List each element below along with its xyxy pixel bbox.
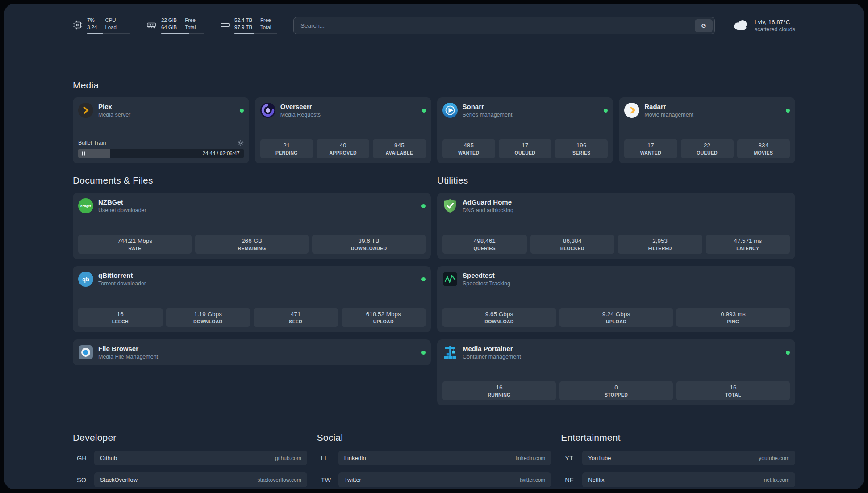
- service-card-filebrowser[interactable]: File Browser Media File Management: [73, 339, 431, 365]
- stat-tile: 16 RUNNING: [442, 381, 556, 400]
- overseerr-icon: [260, 103, 275, 118]
- bookmark-github[interactable]: GH Github github.com: [73, 451, 307, 465]
- top-bar: 7% 3.24 CPU Load: [73, 17, 795, 34]
- memory-widget: 22 GiB 64 GiB Free Total: [146, 17, 204, 34]
- two-column-area: Documents & Files nzbget NZBGet Usenet d…: [73, 175, 795, 405]
- bookmark-netflix[interactable]: NF Netflix netflix.com: [561, 472, 795, 487]
- stat-tile: 9.24 Gbps UPLOAD: [559, 308, 673, 327]
- memory-label-top: Free: [185, 17, 196, 24]
- memory-icon: [146, 20, 157, 32]
- stat-value: 40: [318, 142, 367, 150]
- weather-widget: Lviv, 16.87°C scattered clouds: [732, 19, 795, 33]
- pause-button[interactable]: [82, 151, 85, 155]
- adguard-icon: [442, 198, 458, 213]
- stat-value: 1.19 Gbps: [168, 310, 249, 318]
- service-card-plex[interactable]: Plex Media server Bullet Train: [73, 97, 249, 163]
- service-description: Media Requests: [280, 112, 321, 118]
- stat-tile: 40 APPROVED: [317, 139, 369, 158]
- bookmark-stackoverflow[interactable]: SO StackOverflow stackoverflow.com: [73, 472, 307, 487]
- disk-free: 52.4 TB: [234, 17, 252, 24]
- disk-progress-bar: [234, 33, 277, 34]
- service-meta: Radarr Movie management: [644, 103, 693, 118]
- dashboard-root: 7% 3.24 CPU Load: [4, 4, 864, 489]
- service-header: Radarr Movie management: [624, 103, 790, 118]
- stat-tile: 0 STOPPED: [559, 381, 673, 400]
- bookmark-domain: stackoverflow.com: [258, 477, 301, 483]
- content-wrapper: 7% 3.24 CPU Load: [73, 4, 795, 489]
- stat-tile: 39.6 TB DOWNLOADED: [312, 235, 426, 254]
- service-description: Torrent downloader: [98, 280, 146, 287]
- service-card-radarr[interactable]: Radarr Movie management 17 WANTED 22 QUE…: [619, 97, 795, 163]
- stats-row: 21 PENDING 40 APPROVED 945 AVAILABLE: [260, 139, 426, 158]
- bookmark-youtube[interactable]: YT YouTube youtube.com: [561, 451, 795, 465]
- stat-tile: 17 QUEUED: [499, 139, 551, 158]
- stat-tile: 0.993 ms PING: [676, 308, 790, 327]
- search-bar: G: [293, 17, 715, 34]
- bookmark-name: Twitter: [344, 476, 361, 483]
- bookmark-name: Github: [100, 455, 117, 461]
- stat-value: 86,384: [532, 237, 613, 245]
- service-card-qbittorrent[interactable]: qb qBittorrent Torrent downloader 16 LEE…: [73, 266, 431, 332]
- memory-free: 22 GiB: [161, 17, 177, 24]
- service-card-sonarr[interactable]: Sonarr Series management 485 WANTED 17 Q…: [437, 97, 613, 163]
- stat-label: MOVIES: [739, 150, 788, 155]
- cpu-widget: 7% 3.24 CPU Load: [73, 17, 130, 34]
- playback-time: 24:44 / 02:06:47: [203, 149, 240, 158]
- bookmark-group-entertainment: Entertainment YT YouTube youtube.com NF …: [561, 432, 795, 489]
- weather-location: Lviv, 16.87°C: [755, 19, 795, 26]
- stat-label: WANTED: [626, 150, 675, 155]
- stat-tile: 1.19 Gbps DOWNLOAD: [166, 308, 250, 327]
- bookmark-twitter[interactable]: TW Twitter twitter.com: [317, 472, 551, 487]
- service-description: Media server: [98, 112, 130, 118]
- cpu-progress-bar: [87, 33, 130, 34]
- stat-label: SEED: [255, 319, 336, 324]
- bookmark-pill: YouTube youtube.com: [582, 451, 795, 465]
- stats-row: 485 WANTED 17 QUEUED 196 SERIES: [442, 139, 608, 158]
- stat-label: RATE: [80, 246, 190, 251]
- stat-value: 196: [557, 142, 606, 150]
- bookmark-name: LinkedIn: [344, 455, 366, 461]
- stat-value: 471: [255, 310, 336, 318]
- portainer-icon: [442, 345, 458, 360]
- playback-progress-bar[interactable]: 24:44 / 02:06:47: [78, 149, 244, 158]
- service-card-speedtest[interactable]: Speedtest Speedtest Tracking 9.65 Gbps D…: [437, 266, 795, 332]
- section-title-social: Social: [317, 432, 551, 443]
- stat-value: 834: [739, 142, 788, 150]
- stat-tile: 498,461 QUERIES: [442, 235, 527, 254]
- bookmark-name: YouTube: [588, 455, 611, 461]
- service-header: nzbget NZBGet Usenet downloader: [78, 198, 426, 213]
- service-card-overseerr[interactable]: Overseerr Media Requests 21 PENDING 40 A…: [255, 97, 431, 163]
- stat-label: RUNNING: [444, 392, 554, 397]
- cpu-icon: [73, 20, 83, 32]
- search-input[interactable]: [300, 22, 695, 29]
- service-card-nzbget[interactable]: nzbget NZBGet Usenet downloader 744.21 M…: [73, 193, 431, 259]
- stat-label: PING: [678, 319, 788, 324]
- bookmark-abbr: TW: [317, 476, 338, 484]
- memory-progress-bar: [161, 33, 204, 34]
- service-header: Overseerr Media Requests: [260, 103, 426, 118]
- service-name: NZBGet: [98, 198, 146, 206]
- search-provider-button[interactable]: G: [695, 19, 713, 32]
- stat-value: 9.24 Gbps: [561, 310, 671, 318]
- service-card-portainer[interactable]: Media Portainer Container management 16 …: [437, 339, 795, 405]
- service-description: Series management: [463, 112, 513, 118]
- stat-label: DOWNLOAD: [168, 319, 249, 324]
- now-playing-widget: Bullet Train 24:44 / 02:06:4: [78, 140, 244, 158]
- stat-value: 0.993 ms: [678, 310, 788, 318]
- weather-text: Lviv, 16.87°C scattered clouds: [755, 19, 795, 33]
- stat-tile: 21 PENDING: [260, 139, 313, 158]
- bookmark-domain: twitter.com: [520, 477, 545, 483]
- bookmark-linkedin[interactable]: LI LinkedIn linkedin.com: [317, 451, 551, 465]
- service-card-adguard[interactable]: AdGuard Home DNS and adblocking 498,461 …: [437, 193, 795, 259]
- bookmark-abbr: LI: [317, 455, 338, 462]
- bookmark-domain: github.com: [275, 455, 301, 461]
- section-title-developer: Developer: [73, 432, 307, 443]
- disk-total: 97.9 TB: [234, 24, 252, 31]
- stat-label: LATENCY: [708, 246, 789, 251]
- gear-icon[interactable]: [238, 140, 244, 146]
- service-name: AdGuard Home: [463, 198, 513, 206]
- service-header: Plex Media server: [78, 103, 244, 118]
- stat-tile: 22 QUEUED: [681, 139, 734, 158]
- service-header: Media Portainer Container management: [442, 345, 790, 360]
- stat-tile: 834 MOVIES: [737, 139, 790, 158]
